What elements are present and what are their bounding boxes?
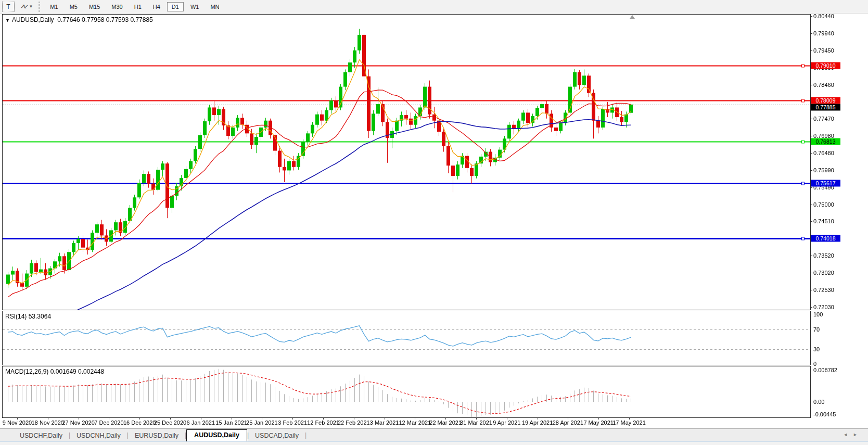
tab-eurusd[interactable]: EURUSD,Daily <box>129 430 185 441</box>
timeframe-button-h1[interactable]: H1 <box>130 2 146 11</box>
ohlc-readout: 0.77646 0.77958 0.77593 0.77885 <box>57 16 153 23</box>
rsi-axis-tick: 0 <box>813 361 816 367</box>
price-axis-tick: 0.72030 <box>813 304 834 310</box>
timeframe-button-d1[interactable]: D1 <box>167 2 184 11</box>
price-axis-tick: 0.80440 <box>813 13 834 19</box>
macd-axis-tick: -0.00445 <box>813 411 836 417</box>
timeframe-button-m30[interactable]: M30 <box>107 2 127 11</box>
price-axis-tick: 0.73520 <box>813 252 834 259</box>
chart-title: ▼AUDUSD,Daily 0.77646 0.77958 0.77593 0.… <box>5 16 153 23</box>
price-axis-tick: 0.74510 <box>813 218 834 224</box>
rsi-axis-tick: 100 <box>813 311 823 317</box>
hline-price-badge[interactable]: 0.74018 <box>811 235 840 241</box>
rsi-axis-tick: 70 <box>813 326 820 333</box>
tab-scroll-right-icon[interactable]: ► <box>853 432 863 437</box>
price-axis-tick: 0.75000 <box>813 201 834 208</box>
cursor-tool-button[interactable]: ↗↙ ▼ <box>19 2 34 12</box>
top-toolbar: T ↗↙ ▼ M1M5M15M30H1H4D1W1MN <box>0 0 868 14</box>
chart-canvas[interactable] <box>0 0 868 445</box>
price-axis-tick: 0.76480 <box>813 150 834 156</box>
application-window: T ↗↙ ▼ M1M5M15M30H1H4D1W1MN ▼AUDUSD,Dail… <box>0 0 868 445</box>
timeframe-button-mn[interactable]: MN <box>206 2 224 11</box>
price-axis-tick: 0.79940 <box>813 30 834 36</box>
collapse-arrow-icon[interactable]: ▼ <box>5 18 10 23</box>
price-axis-tick: 0.78460 <box>813 82 834 88</box>
timeframe-button-w1[interactable]: W1 <box>186 2 204 11</box>
tab-scroll-left-icon[interactable]: ◄ <box>843 432 853 437</box>
tab-usdcad[interactable]: USDCAD,Daily <box>249 430 305 441</box>
hline-price-badge[interactable]: 0.79010 <box>811 62 840 69</box>
toolbar-separator <box>39 2 41 12</box>
timeframe-button-m1[interactable]: M1 <box>45 2 62 11</box>
current-price-badge: 0.77885 <box>811 104 840 110</box>
tab-usdchf[interactable]: USDCHF,Daily <box>14 430 69 441</box>
cursor-tool-icon: ↗↙ <box>20 3 27 10</box>
hline-price-badge[interactable]: 0.78009 <box>811 97 840 104</box>
tab-separator: | <box>305 430 307 441</box>
date-axis-label: 17 May 2021 <box>606 419 653 426</box>
macd-axis-tick: 0.008782 <box>813 367 837 373</box>
tab-scroll-arrows[interactable]: ◄► <box>843 432 863 437</box>
macd-indicator-label: MACD(12,26,9) 0.001649 0.002448 <box>5 368 104 375</box>
rsi-indicator-label: RSI(14) 53.3064 <box>5 313 51 320</box>
symbol-label: AUDUSD,Daily <box>12 16 54 23</box>
price-axis-tick: 0.72530 <box>813 287 834 293</box>
timeframe-button-m5[interactable]: M5 <box>65 2 82 11</box>
chevron-down-icon: ▼ <box>29 4 33 9</box>
window-bottom-strip <box>0 441 868 445</box>
chart-shift-marker-icon[interactable] <box>630 15 635 19</box>
rsi-axis-tick: 30 <box>813 346 820 352</box>
macd-axis-tick: 0.00 <box>813 399 824 405</box>
timeframe-group: M1M5M15M30H1H4D1W1MN <box>44 2 225 11</box>
price-axis-tick: 0.73020 <box>813 270 834 276</box>
text-tool-button[interactable]: T <box>2 2 15 12</box>
hline-price-badge[interactable]: 0.76813 <box>811 138 840 145</box>
hline-price-badge[interactable]: 0.75617 <box>811 180 840 186</box>
price-axis-tick: 0.77470 <box>813 116 834 122</box>
price-axis-tick: 0.79450 <box>813 47 834 54</box>
symbol-tab-bar: USDCHF,Daily|USDCNH,Daily|EURUSD,Daily|A… <box>0 428 868 441</box>
timeframe-button-m15[interactable]: M15 <box>84 2 105 11</box>
tab-audusd[interactable]: AUDUSD,Daily <box>186 429 247 441</box>
symbol-tabs: USDCHF,Daily|USDCNH,Daily|EURUSD,Daily|A… <box>14 428 307 441</box>
timeframe-button-h4[interactable]: H4 <box>148 2 165 11</box>
tab-usdcnh[interactable]: USDCNH,Daily <box>70 430 127 441</box>
price-axis-tick: 0.75990 <box>813 167 834 173</box>
